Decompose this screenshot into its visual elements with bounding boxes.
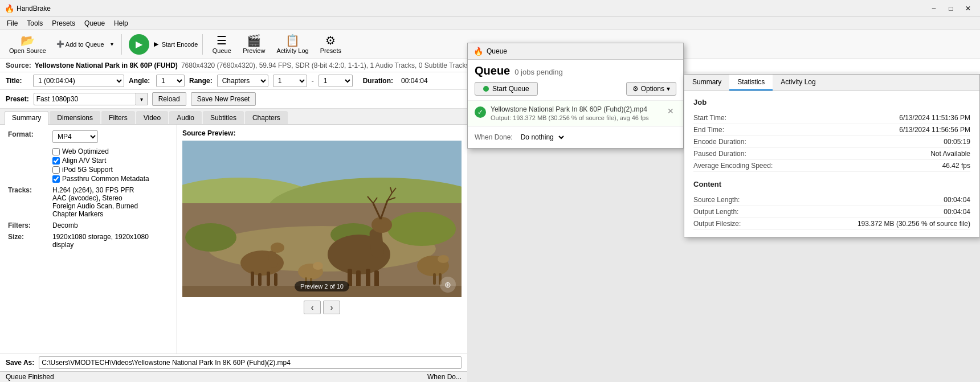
activity-log-icon: 📋 (285, 35, 300, 46)
queue-button[interactable]: ☰ Queue (207, 32, 236, 57)
queue-when-done: When Done: Do nothing (468, 126, 683, 148)
open-source-button[interactable]: 📂 Open Source (5, 32, 51, 57)
filters-label: Filters: (8, 221, 48, 229)
start-queue-button[interactable]: Start Queue (475, 82, 538, 96)
tab-chapters[interactable]: Chapters (245, 111, 288, 124)
minimize-button[interactable]: – (926, 3, 941, 14)
ipod-checkbox[interactable] (52, 166, 60, 174)
range-type-select[interactable]: Chapters (217, 75, 268, 87)
tab-audio[interactable]: Audio (169, 111, 202, 124)
web-optimized-label: Web Optimized (62, 147, 109, 155)
queue-item-name: Yellowstone National Park In 8K 60P (Fuh… (491, 105, 660, 113)
svg-rect-32 (433, 273, 436, 285)
menu-queue[interactable]: Queue (80, 18, 109, 28)
save-as-bar: Save As: (0, 354, 467, 371)
svg-point-25 (271, 243, 284, 253)
when-done-select[interactable]: Do nothing (516, 131, 566, 143)
queue-item-info: Yellowstone National Park In 8K 60P (Fuh… (491, 105, 660, 121)
chapter-from-select[interactable]: 1 (273, 75, 307, 87)
preset-input[interactable] (34, 93, 136, 105)
options-label: Options (641, 85, 664, 93)
preview-next-button[interactable]: › (323, 301, 340, 314)
menu-bar: File Tools Presets Queue Help (0, 17, 980, 30)
stats-encode-duration: Encode Duration: 00:05:19 (693, 136, 970, 148)
menu-presets[interactable]: Presets (47, 18, 80, 28)
stats-end-time: End Time: 6/13/2024 11:56:56 PM (693, 124, 970, 136)
duration-value: 00:04:04 (401, 77, 428, 85)
activity-log-button[interactable]: 📋 Activity Log (272, 32, 313, 57)
add-to-queue-button[interactable]: ➕ Add to Queue (53, 32, 108, 57)
svg-rect-27 (258, 273, 262, 286)
range-label: Range: (189, 77, 213, 85)
preview-right: Source Preview: (177, 125, 467, 354)
tab-summary[interactable]: Summary (5, 111, 48, 125)
source-name: Yellowstone National Park in 8K 60P (FUH… (35, 61, 178, 69)
stats-avg-speed: Average Encoding Speed: 46.42 fps (693, 160, 970, 172)
svg-point-6 (387, 212, 456, 246)
passthru-checkbox[interactable] (52, 175, 60, 183)
svg-rect-21 (366, 269, 370, 289)
stats-tab-bar: Summary Statistics Activity Log (684, 75, 979, 91)
gear-icon: ⚙ (632, 85, 639, 93)
tab-subtitles[interactable]: Subtitles (203, 111, 244, 124)
menu-help[interactable]: Help (109, 18, 133, 28)
tab-bar: Summary Dimensions Filters Video Audio S… (0, 109, 467, 125)
presets-icon: ⚙ (325, 35, 336, 46)
preview-prev-button[interactable]: ‹ (304, 301, 321, 314)
chapter-to-select[interactable]: 1 (318, 75, 353, 87)
menu-tools[interactable]: Tools (22, 18, 47, 28)
align-av-label: Align A/V Start (62, 157, 106, 165)
tracks-label: Tracks: (8, 186, 48, 194)
align-av-checkbox[interactable] (52, 157, 60, 165)
ipod-row: iPod 5G Support (52, 166, 168, 174)
save-preset-button[interactable]: Save New Preset (191, 92, 256, 106)
preset-dropdown-btn[interactable]: ▾ (136, 93, 148, 105)
app-title: HandBrake (17, 5, 926, 13)
maximize-button[interactable]: □ (944, 3, 958, 14)
queue-window-title: Queue (487, 47, 507, 55)
svg-rect-28 (267, 272, 270, 286)
save-as-input[interactable] (39, 356, 462, 369)
preview-controls: ‹ › (304, 301, 340, 314)
status-bar: Queue Finished When Do... (0, 371, 467, 382)
tab-filters[interactable]: Filters (101, 111, 135, 124)
range-dash: - (312, 77, 314, 85)
svg-rect-26 (251, 272, 254, 286)
angle-label: Angle: (129, 77, 152, 85)
track-4: Chapter Markers (52, 210, 138, 218)
play-icon: ▶ (136, 39, 142, 50)
web-optimized-checkbox[interactable] (52, 148, 60, 155)
preview-button[interactable]: 🎬 Preview (238, 32, 270, 57)
stats-tab-statistics[interactable]: Statistics (729, 75, 773, 91)
track-1: H.264 (x264), 30 FPS PFR (52, 186, 138, 194)
align-av-row: Align A/V Start (52, 157, 168, 165)
statistics-window: Summary Statistics Activity Log Job Star… (684, 74, 980, 237)
status-right: When Do... (427, 373, 462, 381)
presets-button[interactable]: ⚙ Presets (316, 32, 346, 57)
stats-tab-activity[interactable]: Activity Log (773, 75, 823, 91)
reload-button[interactable]: Reload (152, 92, 186, 106)
queue-icon: ☰ (217, 35, 227, 46)
menu-file[interactable]: File (2, 18, 22, 28)
svg-point-35 (313, 262, 323, 270)
options-button[interactable]: ⚙ Options ▾ (626, 82, 676, 96)
queue-item-close-button[interactable]: ✕ (665, 105, 676, 117)
angle-select[interactable]: 1 (156, 75, 185, 87)
passthru-label: Passthru Common Metadata (62, 175, 149, 183)
tab-dimensions[interactable]: Dimensions (50, 111, 100, 124)
stats-tab-summary[interactable]: Summary (684, 75, 729, 91)
queue-window: 🔥 Queue Queue 0 jobs pending Start Queue… (467, 43, 684, 149)
stats-output-length: Output Length: 00:04:04 (693, 206, 970, 218)
start-encode-button[interactable]: ▶ (129, 34, 149, 55)
preview-badge: Preview 2 of 10 (295, 281, 349, 291)
stats-content: Job Start Time: 6/13/2024 11:51:36 PM En… (684, 91, 979, 237)
add-queue-dropdown-button[interactable]: ▾ (108, 32, 117, 57)
title-select[interactable]: 1 (00:04:04) (33, 75, 124, 87)
filters-value: Decomb (52, 221, 78, 229)
queue-header: Queue 0 jobs pending (468, 60, 683, 80)
start-encode-label: ▶ (154, 40, 158, 48)
stats-start-time: Start Time: 6/13/2024 11:51:36 PM (693, 112, 970, 124)
format-select[interactable]: MP4 (52, 130, 98, 143)
close-button[interactable]: ✕ (961, 3, 975, 14)
tab-video[interactable]: Video (136, 111, 168, 124)
